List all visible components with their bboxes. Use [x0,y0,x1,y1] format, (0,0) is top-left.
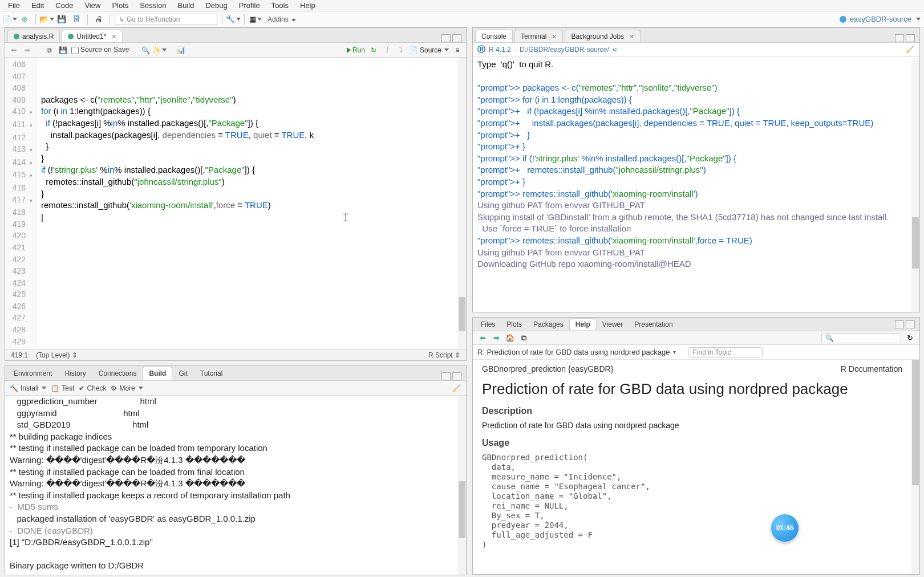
find-in-topic-input[interactable]: Find in Topic [688,347,763,357]
working-directory[interactable]: D:/GBDR/easyGBDR-source/ [520,46,609,54]
build-vscrollbar[interactable] [458,396,466,575]
text-cursor-icon: 𝙸 [342,212,350,224]
menu-profile[interactable]: Profile [233,0,266,11]
close-icon[interactable]: ✕ [552,33,557,40]
menu-view[interactable]: View [79,0,106,11]
scope-selector[interactable]: (Top Level) ⇕ [36,351,78,359]
outline-button[interactable]: ≡ [452,45,463,55]
help-forward-button[interactable]: ➡ [491,333,501,343]
r-version: R 4.1.2 [489,46,511,54]
minimize-pane-button[interactable] [441,372,451,380]
help-refresh-button[interactable]: ↻ [905,333,915,343]
menu-help[interactable]: Help [294,0,321,11]
find-button[interactable]: 🔍 [140,45,151,55]
main-toolbar: 📄 ⊕ 📂 💾 🗄 🖨 ↳ Go to file/function 🔧 ▦ Ad… [0,11,924,27]
tab-background-jobs[interactable]: Background Jobs✕ [565,30,641,42]
project-menu[interactable]: easyGBDR-source [840,15,921,23]
new-file-button[interactable]: 📄 [3,13,16,26]
new-project-button[interactable]: ⊕ [18,13,31,26]
tab-terminal[interactable]: Terminal✕ [514,30,563,42]
tab-files[interactable]: Files [475,319,501,330]
help-back-button[interactable]: ⬅ [477,333,488,343]
help-symbol: GBDnorpred_prediction {easyGBDR} [482,364,613,373]
menu-session[interactable]: Session [134,0,172,11]
forward-button[interactable]: ➡ [22,45,33,55]
menu-tools[interactable]: Tools [266,0,294,11]
help-topic-title: R: Prediction of rate for GBD data using… [477,348,670,356]
tab-environment[interactable]: Environment [7,367,58,380]
maximize-pane-button[interactable] [906,34,915,42]
run-button[interactable]: Run [347,46,365,54]
tab-tutorial[interactable]: Tutorial [194,367,229,380]
help-vscrollbar[interactable] [911,360,919,574]
source-on-save-checkbox[interactable]: Source on Save [71,46,129,54]
help-usage-code: GBDnorpred_prediction( data, measure_nam… [482,453,902,550]
editor-vscrollbar[interactable] [458,58,466,349]
help-content[interactable]: GBDnorpred_prediction {easyGBDR} R Docum… [473,360,911,574]
tab-git[interactable]: Git [172,367,193,380]
back-button[interactable]: ⬅ [9,45,19,55]
help-home-button[interactable]: 🏠 [505,333,515,343]
grid-button[interactable]: ▦ [249,13,262,26]
print-button[interactable]: 🖨 [92,13,105,26]
console-vscrollbar[interactable] [911,58,919,312]
install-button[interactable]: 🔨 Install [10,384,46,392]
tab-untitled1[interactable]: Untitled1*✕ [62,30,123,42]
source-button[interactable]: 📄Source [410,46,449,54]
editor-tabstrip: analysis.R Untitled1*✕ [5,28,466,43]
goto-file-input[interactable]: ↳ Go to file/function [115,14,217,25]
menu-edit[interactable]: Edit [26,0,50,11]
minimize-pane-button[interactable] [895,320,904,328]
tab-packages[interactable]: Packages [528,319,569,330]
help-popout-button[interactable]: ⧉ [518,333,529,343]
go-down-button[interactable]: ⤵ [396,45,406,55]
rerun-button[interactable]: ↻ [368,45,379,55]
menu-plots[interactable]: Plots [106,0,134,11]
wand-button[interactable]: ✨ [154,45,164,55]
clear-console-button[interactable]: 🧹 [905,44,915,55]
addins-button[interactable]: Addins [268,15,296,23]
save-button[interactable]: 💾 [55,13,68,26]
code-area[interactable]: packages <- c("remotes","httr","jsonlite… [37,58,466,349]
help-search-input[interactable]: 🔍 [821,333,901,343]
open-file-button[interactable]: 📂 [40,13,53,26]
maximize-pane-button[interactable] [452,34,461,42]
menu-debug[interactable]: Debug [200,0,233,11]
menu-file[interactable]: File [2,0,26,11]
project-icon [840,16,846,23]
report-button[interactable]: 📊 [176,45,186,55]
minimize-pane-button[interactable] [441,34,451,42]
maximize-pane-button[interactable] [906,320,915,328]
tab-help[interactable]: Help [569,318,597,330]
tab-viewer[interactable]: Viewer [597,319,629,330]
close-icon[interactable]: ✕ [111,33,116,40]
wd-arrow-icon[interactable]: ➪ [613,46,618,54]
close-icon[interactable]: ✕ [629,33,634,40]
maximize-pane-button[interactable] [452,372,461,380]
clear-build-button[interactable]: 🧹 [451,383,461,393]
tab-analysis-r[interactable]: analysis.R [7,30,60,42]
build-output[interactable]: ggprediction_number html ggpyramid html … [5,396,458,575]
tab-build[interactable]: Build [143,367,172,380]
help-description-text: Prediction of rate for GBD data using no… [482,421,902,430]
language-selector[interactable]: R Script ⇕ [428,351,460,359]
show-in-new-window-button[interactable]: ⧉ [44,45,54,55]
tab-connections[interactable]: Connections [92,367,143,380]
save-all-button[interactable]: 🗄 [70,13,83,26]
tab-console[interactable]: Console [475,30,513,42]
code-editor[interactable]: 406 407 408 409 410 ▾411 ▾412 413 ▾414 ▾… [5,58,466,349]
more-button[interactable]: ⚙ More [111,384,143,392]
chevron-down-icon[interactable]: ▾ [673,349,676,355]
test-button[interactable]: 📋 Test [51,384,74,392]
tab-presentation[interactable]: Presentation [629,319,678,330]
go-up-button[interactable]: ⤴ [382,45,392,55]
check-button[interactable]: ✔ Check [79,384,106,392]
menu-build[interactable]: Build [172,0,200,11]
minimize-pane-button[interactable] [895,34,904,42]
save-button[interactable]: 💾 [58,45,68,55]
tools-button[interactable]: 🔧 [227,13,240,26]
tab-plots[interactable]: Plots [501,319,528,330]
console-output[interactable]: Type 'q()' to quit R. "prompt">> package… [473,58,911,312]
tab-history[interactable]: History [58,367,92,380]
menu-code[interactable]: Code [50,0,79,11]
